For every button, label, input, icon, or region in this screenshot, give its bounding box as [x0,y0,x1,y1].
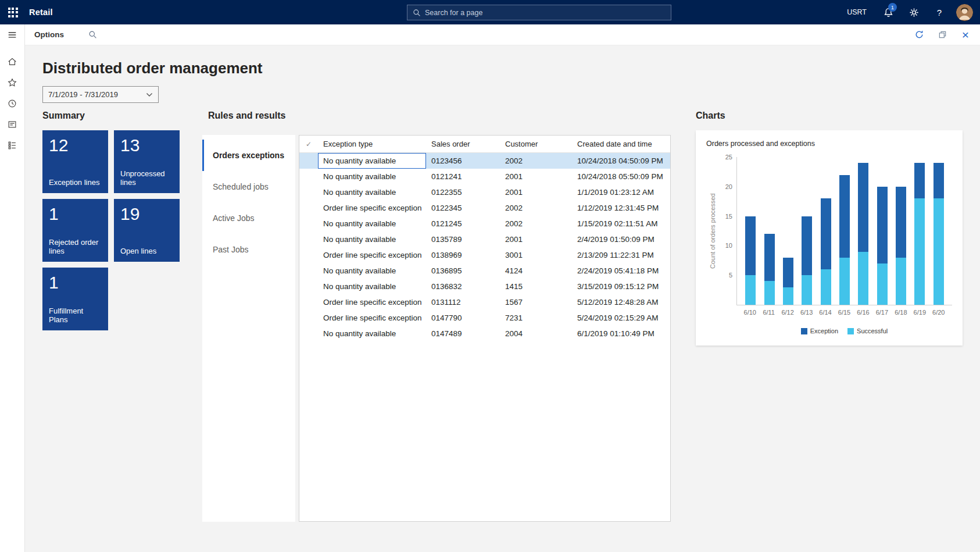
table-cell: 7231 [500,310,572,326]
table-row[interactable]: No quantity available014748920046/1/2019… [299,326,670,341]
company-picker-button[interactable]: USRT [840,0,874,24]
bar-segment-exception [858,163,868,251]
nav-favorites-button[interactable] [0,72,25,93]
rules-header: Rules and results [208,111,671,122]
toolbar-find-button[interactable] [84,26,101,44]
tile-value: 1 [49,273,102,293]
table-cell: No quantity available [318,216,426,232]
legend-label: Exception [810,327,838,334]
help-button[interactable]: ? [928,0,950,24]
summary-tile-open-lines[interactable]: 19Open lines [114,199,180,262]
page-search-box[interactable] [407,5,671,20]
table-cell: 0122345 [426,200,500,216]
row-select-cell[interactable] [299,279,318,294]
table-row[interactable]: Order line specific exception01311121567… [299,294,670,310]
table-cell: No quantity available [318,326,426,341]
user-avatar[interactable] [956,4,973,21]
column-header-customer[interactable]: Customer [500,136,572,152]
chart-legend: ExceptionSuccessful [736,327,952,334]
table-row[interactable]: Order line specific exception01477907231… [299,310,670,326]
bar-group-6/18 [892,157,910,305]
table-cell: 0138969 [426,247,500,263]
row-select-cell[interactable] [299,326,318,341]
table-cell: Order line specific exception [318,310,426,326]
table-cell: 1/1/2019 01:23:12 AM [572,184,670,200]
summary-tile-exception-lines[interactable]: 12Exception lines [42,130,108,193]
table-row[interactable]: No quantity available0121241200110/24/20… [299,169,670,184]
tab-past-jobs[interactable]: Past Jobs [202,234,295,265]
page-search-input[interactable] [425,9,666,17]
row-select-cell[interactable] [299,310,318,326]
row-select-cell[interactable] [299,294,318,310]
table-cell: 2004 [500,326,572,341]
row-select-cell[interactable] [299,216,318,232]
row-select-cell[interactable] [299,200,318,216]
row-select-cell[interactable] [299,169,318,184]
nav-modules-button[interactable] [0,135,25,156]
table-row[interactable]: Order line specific exception01389693001… [299,247,670,263]
stacked-bar [896,157,906,305]
table-row[interactable]: No quantity available012235520011/1/2019… [299,184,670,200]
table-cell: 0147489 [426,326,500,341]
bar-segment-exception [914,163,925,198]
bar-segment-successful [914,198,925,305]
row-select-cell[interactable] [299,232,318,247]
summary-tile-fulfillment-plans[interactable]: 1Fulfillment Plans [42,268,108,330]
waffle-icon [8,8,18,17]
row-select-cell[interactable] [299,247,318,263]
nav-recent-button[interactable] [0,93,25,114]
column-header-sales-order[interactable]: Sales order [426,136,500,152]
tab-scheduled-jobs[interactable]: Scheduled jobs [202,171,295,202]
column-header-created-date-and-time[interactable]: Created date and time [572,136,670,152]
app-launcher-button[interactable] [0,0,26,24]
tab-active-jobs[interactable]: Active Jobs [202,202,295,234]
x-axis-label: 6/16 [854,309,872,316]
row-select-cell[interactable] [299,184,318,200]
close-button[interactable]: × [957,26,974,44]
x-axis-label: 6/17 [872,309,891,316]
stacked-bar [745,157,756,305]
tab-orders-exceptions[interactable]: Orders exceptions [202,140,295,171]
table-cell: No quantity available [318,184,426,200]
notifications-button[interactable]: 1 [877,0,899,24]
summary-tile-unprocessed-lines[interactable]: 13Unprocessed lines [114,130,180,193]
row-select-cell[interactable] [299,263,318,279]
table-cell: Order line specific exception [318,247,426,263]
stacked-bar [858,157,868,305]
table-cell: No quantity available [318,153,426,169]
bar-segment-successful [783,287,793,305]
table-row[interactable]: Order line specific exception01223452002… [299,200,670,216]
chevron-down-icon [146,92,153,97]
options-menu[interactable]: Options [34,30,64,39]
row-select-cell[interactable] [299,153,318,169]
table-row[interactable]: No quantity available012124520021/15/201… [299,216,670,232]
summary-tile-rejected-order-lines[interactable]: 1Rejected order lines [42,199,108,262]
table-row[interactable]: No quantity available013683214153/15/201… [299,279,670,294]
open-in-new-window-button[interactable] [933,26,951,44]
date-range-dropdown[interactable]: 7/1/2019 - 7/31/2019 [42,86,159,103]
table-row[interactable]: No quantity available0123456200210/24/20… [299,153,670,169]
refresh-button[interactable] [910,26,928,44]
bar-segment-exception [933,163,944,198]
settings-button[interactable] [903,0,925,24]
x-axis-label: 6/11 [759,309,778,316]
nav-home-button[interactable] [0,51,25,72]
chart-card: Orders processed and exceptions Count of… [696,130,963,346]
stacked-bar [802,157,812,305]
bar-segment-exception [783,258,793,287]
bar-segment-exception [877,187,888,263]
column-header-exception-type[interactable]: Exception type [318,136,426,152]
legend-swatch [847,328,854,334]
table-cell: 4124 [500,263,572,279]
star-icon [7,77,17,88]
select-all-check-icon[interactable]: ✓ [299,136,318,152]
table-row[interactable]: No quantity available013578920012/4/2019… [299,232,670,247]
bar-segment-successful [896,258,906,305]
nav-workspaces-button[interactable] [0,114,25,135]
notification-count-badge: 1 [888,3,897,12]
table-row[interactable]: No quantity available013689541242/24/201… [299,263,670,279]
chart-y-axis-label: Count of orders processed [709,157,717,305]
table-cell: 6/1/2019 01:10:49 PM [572,326,670,341]
hamburger-menu-button[interactable] [0,24,25,45]
rail-icon-group [0,51,25,156]
